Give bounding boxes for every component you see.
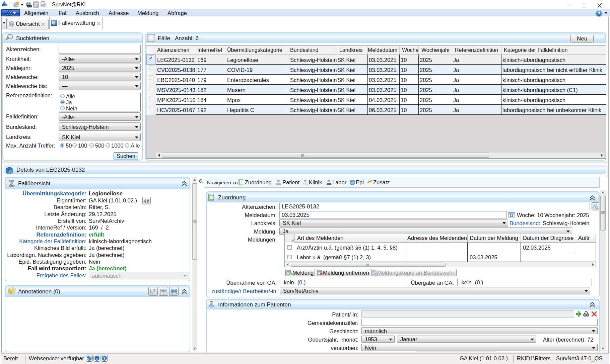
svg-text:15: 15 (510, 214, 514, 217)
svg-text:Σ: Σ (9, 178, 14, 188)
svg-text:Σ: Σ (12, 24, 14, 27)
svg-text:?: ? (103, 356, 106, 360)
svg-text:?: ? (598, 11, 600, 16)
